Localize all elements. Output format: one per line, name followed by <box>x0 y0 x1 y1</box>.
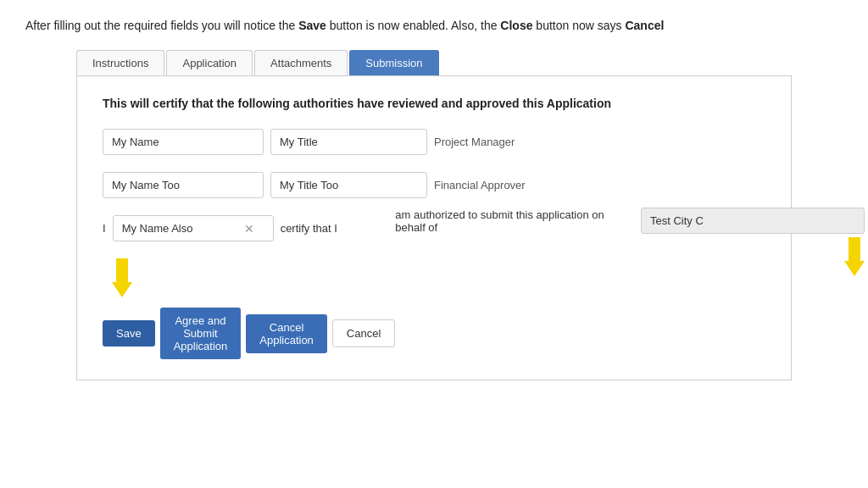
authority-row-1: Project Manager <box>103 129 765 155</box>
intro-text: After filling out the required fields yo… <box>25 17 843 35</box>
form-panel: This will certify that the following aut… <box>76 76 792 380</box>
row1-title-input[interactable] <box>270 129 427 155</box>
cancel-arrow-shaft <box>849 237 860 261</box>
certify-prefix: I <box>103 222 106 235</box>
save-arrow-head <box>112 282 132 297</box>
save-arrow-shaft <box>116 258 128 282</box>
tab-application[interactable]: Application <box>166 50 253 75</box>
save-bold: Save <box>298 19 326 32</box>
row1-name-input[interactable] <box>103 129 264 155</box>
row2-role-label: Financial Approver <box>434 179 526 191</box>
org-prefix: am authorized to submit this application… <box>395 208 634 234</box>
close-bold: Close <box>500 19 532 32</box>
cancel-application-button[interactable]: Cancel Application <box>246 314 327 353</box>
tab-instructions[interactable]: Instructions <box>76 50 164 75</box>
agree-submit-button[interactable]: Agree and Submit Application <box>160 308 242 359</box>
tab-submission[interactable]: Submission <box>349 50 438 75</box>
certify-suffix: certify that I <box>281 222 337 235</box>
right-bottom: am authorized to submit this application… <box>395 208 865 276</box>
bottom-section: Save Agree and Submit Application Cancel… <box>103 258 765 359</box>
save-button[interactable]: Save <box>103 320 155 347</box>
certify-name-wrapper: ✕ <box>113 215 274 241</box>
certify-clear-button[interactable]: ✕ <box>241 221 258 236</box>
panel-title: This will certify that the following aut… <box>103 97 765 110</box>
org-section: am authorized to submit this application… <box>395 208 865 234</box>
cancel-arrow-head <box>844 261 865 276</box>
row2-title-input[interactable] <box>270 172 427 198</box>
tab-attachments[interactable]: Attachments <box>254 50 348 75</box>
cancel-bold: Cancel <box>625 19 664 32</box>
row2-name-input[interactable] <box>103 172 264 198</box>
left-bottom: Save Agree and Submit Application Cancel… <box>103 258 395 359</box>
certify-name-input[interactable] <box>122 216 241 241</box>
cancel-button[interactable]: Cancel <box>332 319 395 347</box>
authority-row-2: Financial Approver <box>103 172 765 198</box>
buttons-row: Save Agree and Submit Application Cancel… <box>103 308 395 359</box>
tabs-container: Instructions Application Attachments Sub… <box>76 50 792 76</box>
cancel-arrow-container <box>844 237 865 276</box>
save-arrow-container <box>103 258 142 297</box>
row1-role-label: Project Manager <box>434 136 515 148</box>
org-input <box>641 208 865 234</box>
